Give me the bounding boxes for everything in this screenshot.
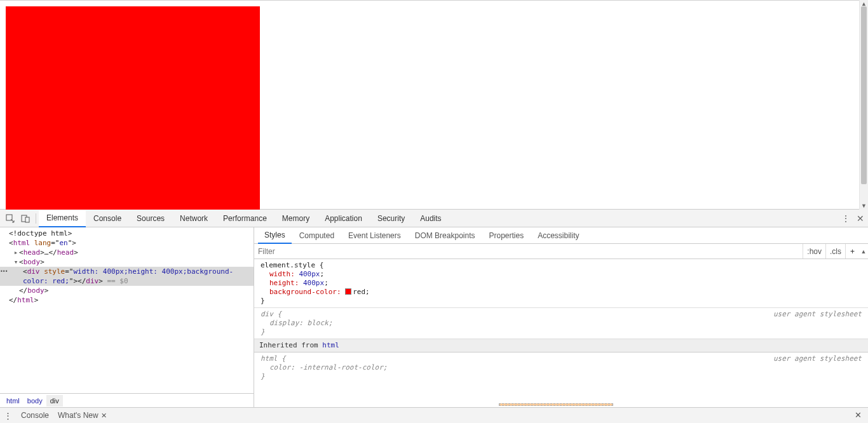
val-bgcolor[interactable]: red xyxy=(353,288,365,296)
kebab-menu-icon[interactable]: ⋮ xyxy=(841,213,850,224)
drawer-kebab-icon[interactable]: ⋮ xyxy=(4,411,12,420)
devtools-drawer: ⋮ Console What's New ✕ ✕ xyxy=(0,407,868,423)
tab-performance[interactable]: Performance xyxy=(215,210,275,227)
tab-security[interactable]: Security xyxy=(370,210,412,227)
page-viewport xyxy=(0,0,859,210)
close-devtools-icon[interactable]: ✕ xyxy=(857,213,864,224)
subtab-dombreakpoints[interactable]: DOM Breakpoints xyxy=(409,227,482,243)
tab-application[interactable]: Application xyxy=(317,210,370,227)
tab-elements[interactable]: Elements xyxy=(39,210,86,227)
brace-close: } xyxy=(261,328,265,336)
subtab-computed[interactable]: Computed xyxy=(293,227,341,243)
selector-text: html { xyxy=(261,354,286,363)
rule-element-style[interactable]: element.style { width: 400px; height: 40… xyxy=(254,259,868,308)
styles-filter-bar: :hov .cls + ▲ xyxy=(254,244,868,259)
cls-toggle[interactable]: .cls xyxy=(825,244,845,258)
rule-html[interactable]: user agent stylesheet html { color: -int… xyxy=(254,352,868,383)
dom-html-open[interactable]: <html lang="en"> xyxy=(0,238,254,248)
devtools-tabstrip: Elements Console Sources Network Perform… xyxy=(0,210,868,227)
ua-stylesheet-label: user agent stylesheet xyxy=(773,310,862,319)
prop-height[interactable]: height: xyxy=(261,279,303,287)
viewport-scrollbar[interactable]: ▲ ▼ xyxy=(859,0,868,210)
subtab-properties[interactable]: Properties xyxy=(482,227,530,243)
color-swatch-icon[interactable] xyxy=(345,288,351,295)
scroll-down-arrow[interactable]: ▼ xyxy=(860,202,868,210)
svg-rect-2 xyxy=(25,217,29,222)
styles-filter-input[interactable] xyxy=(254,244,803,258)
tab-memory[interactable]: Memory xyxy=(275,210,317,227)
val-width[interactable]: 400px xyxy=(299,270,320,278)
styles-rules-list: element.style { width: 400px; height: 40… xyxy=(254,259,868,423)
val-color: -internal-root-color xyxy=(299,363,383,372)
crumb-body[interactable]: body xyxy=(24,395,46,406)
prop-width[interactable]: width: xyxy=(261,270,299,278)
tab-console[interactable]: Console xyxy=(86,210,129,227)
dom-body-open[interactable]: ▾<body> xyxy=(0,257,254,267)
selector-text: div { xyxy=(261,310,281,318)
inherited-from-bar: Inherited from html xyxy=(254,339,868,352)
red-div xyxy=(6,6,260,210)
tab-audits[interactable]: Audits xyxy=(412,210,449,227)
subtab-styles[interactable]: Styles xyxy=(258,228,292,244)
scrollbar-thumb[interactable] xyxy=(861,6,867,184)
styles-panel: Styles Computed Event Listeners DOM Brea… xyxy=(254,227,868,423)
devtools-panel: Elements Console Sources Network Perform… xyxy=(0,210,868,423)
close-icon[interactable]: ✕ xyxy=(101,412,107,420)
new-style-rule-button[interactable]: + xyxy=(845,244,859,258)
dom-selected-div[interactable]: <div style="width: 400px;height: 400px;b… xyxy=(0,267,254,286)
prop-bgcolor[interactable]: background-color: xyxy=(261,288,345,296)
dom-html-close[interactable]: </html> xyxy=(0,295,254,305)
tab-network[interactable]: Network xyxy=(172,210,215,227)
drawer-tab-console[interactable]: Console xyxy=(21,411,49,420)
drawer-close-icon[interactable]: ✕ xyxy=(855,410,862,420)
inherited-from-link[interactable]: html xyxy=(322,341,339,349)
brace-close: } xyxy=(261,372,265,380)
box-model-margin-hint xyxy=(499,403,613,406)
rule-div[interactable]: user agent stylesheet div { display: blo… xyxy=(254,308,868,339)
drawer-tab-whatsnew[interactable]: What's New ✕ xyxy=(58,411,107,420)
tab-sources[interactable]: Sources xyxy=(129,210,172,227)
subtab-accessibility[interactable]: Accessibility xyxy=(531,227,585,243)
styles-subtabs: Styles Computed Event Listeners DOM Brea… xyxy=(254,227,868,244)
crumb-html[interactable]: html xyxy=(3,395,24,406)
styles-scroll-up-arrow[interactable]: ▲ xyxy=(859,248,868,255)
prop-color: color: xyxy=(261,363,299,372)
dom-breadcrumb: html body div xyxy=(0,393,254,407)
ua-stylesheet-label: user agent stylesheet xyxy=(773,354,862,363)
brace-close: } xyxy=(261,297,265,305)
prop-display: display: xyxy=(261,319,308,327)
selector-text: element.style { xyxy=(261,261,323,269)
inspect-icon[interactable] xyxy=(3,211,18,226)
hov-toggle[interactable]: :hov xyxy=(803,244,825,258)
subtab-eventlisteners[interactable]: Event Listeners xyxy=(342,227,407,243)
dom-head[interactable]: ▸<head>…</head> xyxy=(0,248,254,257)
dom-doctype[interactable]: <!doctype html> xyxy=(0,229,254,238)
crumb-div[interactable]: div xyxy=(46,395,63,406)
device-toggle-icon[interactable] xyxy=(18,211,33,226)
val-height[interactable]: 400px xyxy=(303,279,324,287)
val-display: block xyxy=(308,319,329,327)
dom-body-close[interactable]: </body> xyxy=(0,286,254,295)
